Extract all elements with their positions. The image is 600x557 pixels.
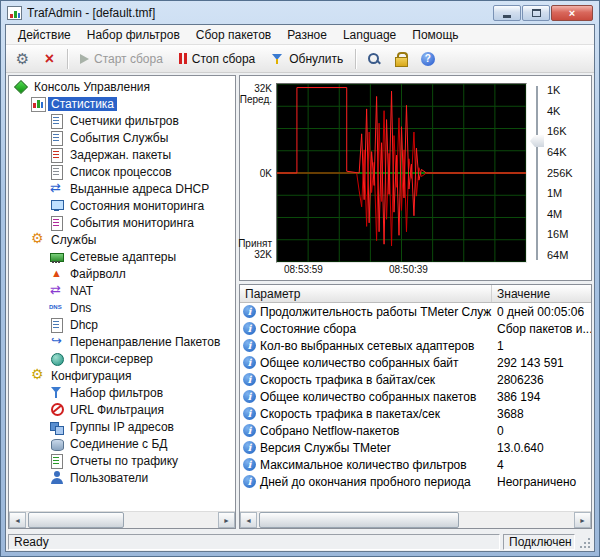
scale-label: 64K [547,146,591,158]
menu-item[interactable]: Сбор пакетов [188,26,279,44]
title-bar: TrafAdmin - [default.tmf] × [5,1,595,24]
delete-filter-button[interactable]: × [37,48,62,70]
tree-item[interactable]: Отчеты по трафику [9,452,235,469]
column-header-value[interactable]: Значение [492,285,591,302]
tree-item[interactable]: События мониторинга [9,214,235,231]
stop-capture-button[interactable]: Стоп сбора [172,48,262,70]
tree-item[interactable]: Набор фильтров [9,384,235,401]
tree-item[interactable]: Статистика [9,95,235,112]
tree-item[interactable]: Состояния мониторинга [9,197,235,214]
resize-grip[interactable] [578,534,592,550]
tree-item[interactable]: Сетевые адаптеры [9,248,235,265]
reset-counters-label: Обнулить [289,52,343,66]
slider-track[interactable] [536,86,538,260]
scroll-left-button[interactable]: ◄ [240,512,257,528]
tree-item[interactable]: URL Фильтрация [9,401,235,418]
tree-item-label: Сетевые адаптеры [67,250,179,264]
table-row[interactable]: i Максимальное количество фильтров 4 [240,456,591,473]
scrollbar-thumb[interactable] [259,512,459,528]
table-row[interactable]: i Скорость трафика в байтах/сек 2806236 [240,371,591,388]
tree-item[interactable]: Dns [9,299,235,316]
tree-item[interactable]: Прокси-сервер [9,350,235,367]
info-icon: i [243,458,256,471]
value-cell: Неограничено [492,475,591,489]
tree-item[interactable]: Пользователи [9,469,235,486]
menu-item[interactable]: Разное [279,26,335,44]
tree-item-icon [49,114,65,128]
scrollbar-track[interactable] [26,512,218,528]
parameter-text: Версия Службы TMeter [260,441,391,455]
tree-item-label: Список процессов [67,165,175,179]
tree-item[interactable]: Службы [9,231,235,248]
table-row[interactable]: i Общее количество собранных байт 292 14… [240,354,591,371]
tree-item[interactable]: Конфигурация [9,367,235,384]
settings-button[interactable]: ⚙ [10,48,35,70]
scroll-right-button[interactable]: ► [574,512,591,528]
parameter-cell: i Общее количество собранных пакетов [240,390,492,404]
tree-item[interactable]: Перенаправление Пакетов [9,333,235,350]
menu-item[interactable]: Действие [10,26,79,44]
tree-item[interactable]: Соединение с БД [9,435,235,452]
tree-item[interactable]: Счетчики фильтров [9,112,235,129]
reset-counters-button[interactable]: Обнулить [264,48,350,70]
table-row[interactable]: i Дней до окончания пробного периода Нео… [240,473,591,490]
tree-item[interactable]: События Службы [9,129,235,146]
tree-item-label: Файрволл [67,267,129,281]
tree-item[interactable]: Группы IP адресов [9,418,235,435]
scale-label: 1M [547,187,591,199]
tree-item-label: Статистика [48,97,117,111]
table-row[interactable]: i Общее количество собранных пакетов 386… [240,388,591,405]
table-row[interactable]: i Версия Службы TMeter 13.0.640 [240,439,591,456]
tree-item-icon [49,199,65,213]
tree-item[interactable]: Консоль Управления [9,78,235,95]
tree-item-label: URL Фильтрация [67,403,167,417]
tree-horizontal-scrollbar: ◄ ► [9,511,235,528]
minimize-button[interactable] [493,5,521,21]
tree-item-icon [49,437,65,451]
table-row[interactable]: i Собрано Netflow-пакетов 0 [240,422,591,439]
tree-item[interactable]: Выданные адреса DHCP [9,180,235,197]
console-tree-panel: Консоль Управления Статистика Счетчики ф… [8,75,236,529]
close-button[interactable]: × [551,5,593,21]
tree-item-label: Консоль Управления [31,80,153,94]
parameter-text: Собрано Netflow-пакетов [260,424,399,438]
connection-status: Подключен [503,534,575,550]
parameter-text: Дней до окончания пробного периода [260,475,471,489]
tree-item-icon [49,182,65,196]
scrollbar-thumb[interactable] [28,512,124,528]
inspect-button[interactable] [361,48,386,70]
security-button[interactable] [388,48,413,70]
x-tick-left: 08:53:59 [284,264,323,275]
tree-item[interactable]: Файрволл [9,265,235,282]
menu-item[interactable]: Помощь [404,26,466,44]
graph-x-axis: 08:53:59 08:50:39 [276,264,527,280]
maximize-button[interactable] [522,5,550,21]
parameter-cell: i Скорость трафика в байтах/сек [240,373,492,387]
application-window: TrafAdmin - [default.tmf] × Действие Наб… [0,0,600,557]
parameter-text: Максимальное количество фильтров [260,458,467,472]
help-button[interactable]: ? [415,48,440,70]
parameter-cell: i Максимальное количество фильтров [240,458,492,472]
slider-handle[interactable] [530,135,544,147]
scroll-right-button[interactable]: ► [218,512,235,528]
parameter-cell: i Общее количество собранных байт [240,356,492,370]
scroll-left-button[interactable]: ◄ [9,512,26,528]
table-row[interactable]: i Состояние сбора Сбор пакетов и... [240,320,591,337]
scrollbar-track[interactable] [257,512,574,528]
table-row[interactable]: i Продолжительность работы TMeter Служ..… [240,303,591,320]
menu-item[interactable]: Language [335,26,404,44]
table-row[interactable]: i Скорость трафика в пакетах/сек 3688 [240,405,591,422]
tree-item[interactable]: Задержан. пакеты [9,146,235,163]
start-capture-label: Старт сбора [94,52,163,66]
start-capture-button[interactable]: Старт сбора [73,48,170,70]
table-row[interactable]: i Кол-во выбранных сетевых адаптеров 1 [240,337,591,354]
menu-item[interactable]: Набор фильтров [79,26,188,44]
info-icon: i [243,441,256,454]
value-cell: 0 дней 00:05:06 [492,305,591,319]
tree-item[interactable]: Список процессов [9,163,235,180]
column-header-parameter[interactable]: Параметр [240,285,492,302]
scale-label: 16M [547,228,591,240]
tree-item[interactable]: Dhcp [9,316,235,333]
tree-item[interactable]: NAT [9,282,235,299]
parameter-cell: i Скорость трафика в пакетах/сек [240,407,492,421]
